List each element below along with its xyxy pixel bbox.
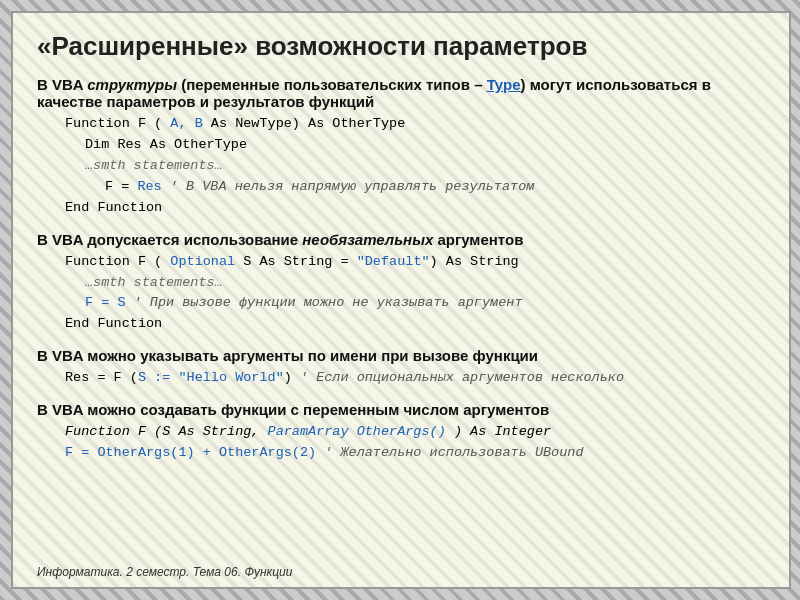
param-name: A, B bbox=[170, 116, 202, 131]
func-sig: Function F (S As String, ParamArray Othe… bbox=[65, 424, 551, 439]
code-line: Function F ( Optional S As String = "Def… bbox=[65, 252, 765, 273]
section1-header: В VBA структуры (переменные пользователь… bbox=[37, 76, 765, 110]
optional-kw: Optional bbox=[170, 254, 235, 269]
code-comment: ' Желательно использовать UBound bbox=[316, 445, 583, 460]
code-line: Dim Res As OtherType bbox=[65, 135, 765, 156]
code-line: End Function bbox=[65, 198, 765, 219]
code-line: …smth statements… bbox=[65, 273, 765, 294]
code-line: F = OtherArgs(1) + OtherArgs(2) ' Желате… bbox=[65, 443, 765, 464]
section-optional: В VBA допускается использование необязат… bbox=[37, 231, 765, 336]
section-paramarray: В VBA можно создавать функции с переменн… bbox=[37, 401, 765, 464]
res-var: Res bbox=[137, 179, 161, 194]
code-line: F = Res ' В VBA нельзя напрямую управлят… bbox=[65, 177, 765, 198]
code-line: Function F ( A, B As NewType) As OtherTy… bbox=[65, 114, 765, 135]
section4-code: Function F (S As String, ParamArray Othe… bbox=[37, 422, 765, 464]
default-val: "Default" bbox=[357, 254, 430, 269]
code-comment: ' Если опциональных аргументов несколько bbox=[292, 370, 624, 385]
section2-header: В VBA допускается использование необязат… bbox=[37, 231, 765, 248]
slide-title: «Расширенные» возможности параметров bbox=[37, 31, 765, 62]
slide: «Расширенные» возможности параметров В V… bbox=[11, 11, 791, 589]
code-line: F = S ' При вызове функции можно не указ… bbox=[65, 293, 765, 314]
code-line: Res = F (S := "Hello World") ' Если опци… bbox=[65, 368, 765, 389]
paramarray-kw: ParamArray OtherArgs() bbox=[268, 424, 446, 439]
code-comment: ' В VBA нельзя напрямую управлять резуль… bbox=[162, 179, 535, 194]
section3-code: Res = F (S := "Hello World") ' Если опци… bbox=[37, 368, 765, 389]
otherargs-expr: F = OtherArgs(1) + OtherArgs(2) bbox=[65, 445, 316, 460]
type-link: Type bbox=[487, 76, 521, 93]
section2-code: Function F ( Optional S As String = "Def… bbox=[37, 252, 765, 336]
code-line: Function F (S As String, ParamArray Othe… bbox=[65, 422, 765, 443]
code-comment: ' При вызове функции можно не указывать … bbox=[126, 295, 523, 310]
section4-header: В VBA можно создавать функции с переменн… bbox=[37, 401, 765, 418]
code-line: End Function bbox=[65, 314, 765, 335]
section3-header: В VBA можно указывать аргументы по имени… bbox=[37, 347, 765, 364]
section1-code: Function F ( A, B As NewType) As OtherTy… bbox=[37, 114, 765, 219]
slide-content: «Расширенные» возможности параметров В V… bbox=[37, 31, 765, 464]
section-named-args: В VBA можно указывать аргументы по имени… bbox=[37, 347, 765, 389]
named-arg: S := "Hello World" bbox=[138, 370, 284, 385]
code-line: …smth statements… bbox=[65, 156, 765, 177]
assign-expr: F = S bbox=[85, 295, 126, 310]
slide-footer: Информатика. 2 семестр. Тема 06. Функции bbox=[37, 565, 292, 579]
section-structures: В VBA структуры (переменные пользователь… bbox=[37, 76, 765, 219]
